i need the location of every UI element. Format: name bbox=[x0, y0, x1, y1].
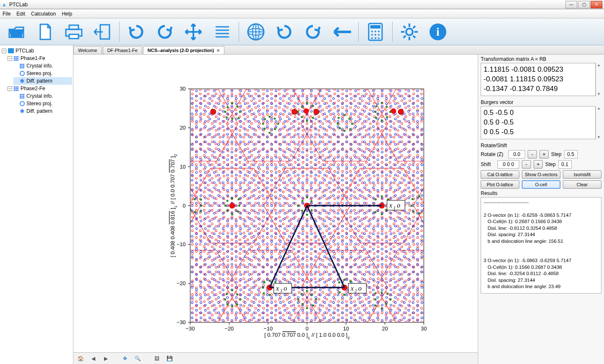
tree-root[interactable]: −PTCLab bbox=[2, 47, 72, 55]
svg-point-3428 bbox=[385, 118, 388, 120]
svg-point-2678 bbox=[403, 113, 405, 115]
tree-phase2[interactable]: −Phase2-Fe bbox=[8, 85, 72, 92]
settings-button[interactable] bbox=[396, 21, 423, 43]
tab-df-phase1[interactable]: DF-Phase1-Fe bbox=[103, 46, 142, 54]
new-file-button[interactable] bbox=[32, 21, 59, 43]
menu-calculation[interactable]: Calculation bbox=[31, 11, 56, 17]
svg-point-1620 bbox=[357, 120, 359, 122]
tab-welcome[interactable]: Welcome bbox=[73, 46, 102, 54]
svg-point-2925 bbox=[195, 110, 198, 112]
plot-home-button[interactable]: 🏠 bbox=[76, 354, 85, 363]
rotate-cw-2-button[interactable] bbox=[271, 21, 298, 43]
print-button[interactable] bbox=[60, 21, 87, 43]
globe-button[interactable] bbox=[242, 21, 269, 43]
svg-point-2594 bbox=[288, 281, 290, 283]
rotate-plus-button[interactable]: + bbox=[539, 150, 549, 159]
svg-point-697 bbox=[373, 129, 375, 131]
svg-point-3181 bbox=[284, 172, 286, 174]
plot-canvas[interactable]: −30−30−20−20−10−1000101020203030 bbox=[73, 55, 478, 352]
o-cell-button[interactable]: O-cell bbox=[522, 180, 560, 189]
rotate-minus-button[interactable]: - bbox=[528, 150, 537, 159]
svg-point-3500 bbox=[333, 256, 335, 258]
shift-input[interactable]: 0 0 0 bbox=[497, 160, 519, 169]
pan-button[interactable] bbox=[180, 21, 207, 43]
show-o-vectors-button[interactable]: Show O-vectors bbox=[522, 170, 560, 179]
shift-step-input[interactable]: 0.1 bbox=[558, 160, 572, 169]
plot-back-button[interactable]: ◀ bbox=[89, 354, 98, 363]
tree-phase1-stereo[interactable]: Stereo proj. bbox=[13, 70, 72, 77]
svg-point-618 bbox=[322, 191, 324, 193]
svg-point-3744 bbox=[338, 117, 340, 119]
rotate-z-input[interactable]: 0.0 bbox=[508, 150, 525, 159]
tab-ncs-analysis[interactable]: NCS--analysis (2-D projection)✕ bbox=[143, 46, 224, 54]
tree-phase2-crystal[interactable]: Crystal info. bbox=[13, 92, 72, 100]
calculator-button[interactable] bbox=[362, 21, 389, 43]
rotate-ccw-button[interactable] bbox=[151, 21, 178, 43]
svg-text:[ 0.707 0.707 0.0 ]1  //  [ 1.: [ 0.707 0.707 0.0 ]1 // [ 1.0 0.0 0.0 ]2 bbox=[264, 332, 350, 340]
minimize-button[interactable]: — bbox=[565, 1, 577, 8]
burgers-input[interactable]: 0.5 -0.5 0 0.5 0 -0.5 0 0.5 -0.5 bbox=[481, 106, 596, 139]
cal-o-lattice-button[interactable]: Cal O-lattice bbox=[481, 170, 519, 179]
open-folder-button[interactable] bbox=[3, 21, 30, 43]
rotate-ccw-2-button[interactable] bbox=[299, 21, 326, 43]
info-button[interactable]: i bbox=[424, 21, 451, 43]
menu-file[interactable]: File bbox=[3, 11, 10, 17]
svg-point-3497 bbox=[319, 278, 321, 281]
svg-point-3219 bbox=[328, 110, 330, 112]
svg-point-255 bbox=[274, 122, 276, 125]
matrix-input[interactable]: 1.11815 -0.0081 0.09523 -0.0081 1.11815 … bbox=[481, 63, 596, 96]
close-button[interactable]: ✕ bbox=[591, 1, 602, 8]
tree-phase1[interactable]: −Phase1-Fe bbox=[8, 55, 72, 62]
tree-phase1-crystal[interactable]: Crystal info. bbox=[13, 62, 72, 70]
svg-point-1429 bbox=[235, 264, 237, 266]
back-arrow-button[interactable] bbox=[328, 21, 355, 43]
tab-close-icon[interactable]: ✕ bbox=[216, 48, 220, 53]
clear-button[interactable]: Clear bbox=[563, 180, 601, 189]
results-output[interactable]: ---------------------------- 2 O-vector … bbox=[481, 197, 601, 294]
rotate-step-input[interactable]: 0.5 bbox=[564, 150, 578, 159]
shift-plus-button[interactable]: + bbox=[534, 160, 543, 169]
plot-zoom-button[interactable]: 🔍 bbox=[133, 354, 142, 363]
menu-edit[interactable]: Edit bbox=[16, 11, 25, 17]
shift-minus-button[interactable]: - bbox=[522, 160, 531, 169]
svg-point-180 bbox=[251, 122, 253, 125]
plot-pan-button[interactable]: ✥ bbox=[120, 354, 130, 363]
svg-point-2356 bbox=[262, 205, 264, 207]
plot-config-button[interactable]: 🖼 bbox=[152, 354, 161, 363]
svg-point-3123 bbox=[275, 156, 277, 158]
svg-point-3522 bbox=[310, 309, 312, 311]
maximize-button[interactable]: ▢ bbox=[578, 1, 590, 8]
isomisfit-button[interactable]: Isomisfit bbox=[563, 170, 601, 179]
svg-point-392 bbox=[211, 300, 213, 302]
menu-help[interactable]: Help bbox=[62, 11, 72, 17]
list-button[interactable] bbox=[208, 21, 235, 43]
svg-point-838 bbox=[409, 122, 411, 125]
tree-phase1-diff[interactable]: ✱Diff. pattern bbox=[13, 77, 72, 85]
plot-forward-button[interactable]: ▶ bbox=[101, 354, 110, 363]
tree-phase2-diff[interactable]: ✱Diff. pattern bbox=[13, 107, 72, 115]
svg-point-905 bbox=[330, 300, 332, 302]
svg-point-662 bbox=[365, 129, 367, 131]
svg-point-801 bbox=[393, 136, 395, 138]
svg-point-1090 bbox=[409, 314, 411, 316]
rotate-cw-button[interactable] bbox=[123, 21, 150, 43]
tree-phase2-stereo[interactable]: Stereo proj. bbox=[13, 100, 72, 107]
svg-point-3382 bbox=[306, 240, 308, 242]
plot-o-lattice-button[interactable]: Plot O-lattice bbox=[481, 180, 519, 189]
svg-point-3331 bbox=[328, 172, 330, 174]
svg-line-30 bbox=[413, 36, 415, 38]
svg-point-553 bbox=[326, 157, 328, 159]
svg-point-228 bbox=[266, 122, 268, 125]
svg-point-2364 bbox=[297, 143, 299, 146]
svg-point-655 bbox=[338, 177, 340, 179]
plot-save-button[interactable]: 💾 bbox=[165, 354, 174, 363]
svg-point-3122 bbox=[271, 164, 273, 166]
svg-point-322 bbox=[195, 300, 198, 302]
svg-point-2295 bbox=[244, 205, 246, 207]
svg-point-1500 bbox=[263, 243, 265, 245]
exit-button[interactable] bbox=[89, 21, 116, 43]
svg-point-2863 bbox=[412, 220, 414, 222]
svg-point-2761 bbox=[403, 159, 405, 161]
svg-point-2371 bbox=[328, 90, 330, 92]
svg-point-736 bbox=[397, 102, 399, 104]
